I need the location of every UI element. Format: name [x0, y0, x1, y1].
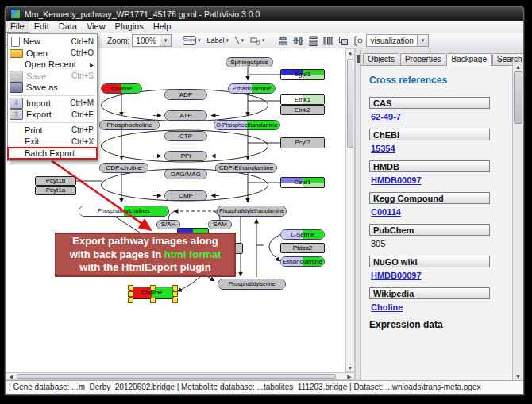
pathway-node-atp[interactable]: ATP	[164, 110, 207, 121]
menubar-item-data[interactable]: Data	[54, 21, 82, 32]
pathway-node-sphingolipids[interactable]: Sphingolipids	[226, 57, 273, 67]
xref-link[interactable]: Choline	[371, 302, 403, 312]
align-center-vertical-icon[interactable]	[293, 36, 303, 46]
pathway-node-pcyt2[interactable]: Pcyt2	[280, 137, 325, 148]
pathway-node-pcyt1b[interactable]: Pcyt1b	[35, 176, 76, 186]
node-label: Pcyt1a	[36, 187, 75, 194]
menu-item-new[interactable]: NewCtrl+N	[8, 36, 97, 48]
xref-link[interactable]: 62-49-7	[371, 112, 401, 121]
shape-icon	[250, 37, 260, 45]
menu-item-import[interactable]: ⇩ImportCtrl+M	[8, 98, 97, 110]
scroll-down-icon[interactable]: ▼	[346, 365, 354, 371]
node-label: CTP	[165, 133, 206, 140]
menu-item-save[interactable]: SaveCtrl+S	[8, 71, 97, 83]
xref-value: 15354	[371, 144, 513, 153]
selection-handle[interactable]	[172, 298, 178, 303]
pathway-node-ppi[interactable]: PPi	[164, 151, 207, 161]
menu-item-label: Import	[26, 98, 70, 108]
zoom-label: Zoom:	[107, 37, 129, 45]
node-label: ATP	[165, 112, 206, 119]
pathway-node-phosphatidylserine[interactable]: Phosphatidylserine	[218, 279, 286, 290]
label-button[interactable]: Label ▾	[203, 35, 232, 46]
pathway-node-dag-mag[interactable]: DAG/MAG	[164, 169, 207, 179]
panel-scroll-thumb[interactable]	[514, 71, 522, 124]
menu-item-open-recent[interactable]: Open Recent▸	[8, 59, 97, 71]
menubar-item-view[interactable]: View	[82, 21, 110, 32]
xref-section-title: HMDB	[369, 160, 490, 172]
scroll-up-icon[interactable]: ▲	[346, 50, 354, 56]
xref-value: 62-49-7	[371, 112, 513, 121]
pathway-node-cept1[interactable]: Cept1	[280, 177, 325, 188]
selection-handle[interactable]	[150, 285, 156, 290]
selection-handle[interactable]	[172, 291, 178, 297]
pathway-node-phosphocholine[interactable]: Phosphocholine	[99, 120, 160, 130]
panel-scrollbar[interactable]: ▲ ▼	[512, 63, 523, 380]
selection-handle[interactable]	[150, 298, 156, 303]
pathway-node-pcyt1a[interactable]: Pcyt1a	[35, 186, 76, 195]
menu-item-label: Save	[26, 71, 71, 81]
pathway-node-ptdss2[interactable]: Ptdss2	[280, 243, 325, 253]
menu-item-batch-export[interactable]: Batch Export	[8, 148, 97, 160]
pathway-node-l-serine[interactable]: L-Serine	[280, 229, 325, 240]
shape-tool-button[interactable]: ▾	[247, 35, 268, 47]
horizontal-scroll-thumb[interactable]	[17, 374, 336, 379]
pathway-node-phosphatidylethanolamine[interactable]: Phosphatidylethanolamine	[217, 206, 287, 217]
panel-splitter[interactable]	[355, 48, 361, 380]
selection-handle[interactable]	[128, 291, 133, 297]
xref-section-chebi: ChEBI15354	[369, 129, 513, 153]
zoom-combobox[interactable]: 100% ▾	[132, 34, 172, 47]
canvas-horizontal-scrollbar[interactable]: ◀ ▶	[6, 372, 355, 380]
menubar-item-file[interactable]: File	[6, 21, 29, 33]
align-center-horizontal-icon[interactable]	[278, 36, 288, 46]
pathway-node-adp[interactable]: ADP	[164, 90, 207, 100]
xref-link[interactable]: 15354	[371, 144, 395, 153]
common-size-icon[interactable]	[338, 36, 349, 46]
pathway-node-ethanolamine-lower[interactable]: Ethanolamine	[280, 256, 325, 267]
selection-handle[interactable]	[128, 285, 133, 290]
pathway-node-ctp[interactable]: CTP	[164, 131, 207, 141]
pathway-node-ethanolamine-top[interactable]: Ethanolamine	[228, 83, 276, 94]
selection-handle[interactable]	[172, 285, 178, 290]
line-tool-button[interactable]: ╲ ▾	[232, 35, 247, 46]
pathway-node-sam[interactable]: SAM	[208, 220, 232, 229]
selection-handle[interactable]	[128, 298, 133, 303]
menu-item-save-as[interactable]: Save as	[8, 82, 97, 94]
scroll-right-icon[interactable]: ▶	[346, 374, 353, 380]
splitter-grip[interactable]	[357, 55, 360, 63]
menu-item-print[interactable]: PrintCtrl+P	[8, 125, 97, 137]
vertical-scroll-thumb[interactable]	[347, 59, 353, 148]
menubar-item-plugins[interactable]: Plugins	[110, 21, 148, 32]
menu-item-shortcut: Ctrl+S	[71, 71, 94, 80]
pathway-node-phosphatidylcholines[interactable]: Phosphatidylcholines	[79, 206, 169, 217]
menubar-item-help[interactable]: Help	[148, 21, 176, 32]
menubar-item-edit[interactable]: Edit	[29, 21, 54, 32]
pathway-node-sgpl1[interactable]: Sgpl1	[280, 69, 325, 80]
canvas-vertical-scrollbar[interactable]: ▲ ▼	[345, 48, 355, 372]
chevron-down-icon[interactable]: ▾	[160, 35, 171, 46]
pathway-node-etnk2[interactable]: Etnk2	[280, 105, 325, 115]
scroll-left-icon[interactable]: ◀	[8, 374, 14, 380]
pathway-node-cdp-choline[interactable]: CDP-choline	[99, 163, 148, 173]
datanode-button[interactable]: Gene ▾	[179, 34, 204, 47]
chevron-down-icon[interactable]: ▾	[417, 35, 428, 46]
xref-link[interactable]: HMDB00097	[371, 175, 422, 185]
scroll-up-icon[interactable]: ▲	[513, 64, 523, 70]
pathway-node-etnk1[interactable]: Etnk1	[280, 94, 325, 105]
node-label: Choline	[102, 85, 141, 92]
menu-item-open[interactable]: OpenCtrl+O	[8, 48, 97, 60]
pathway-node-o-phosphoethanolamine[interactable]: O-Phosphoethanolamine	[214, 120, 280, 130]
xref-link[interactable]: HMDB00097	[371, 271, 422, 280]
scale-icon[interactable]	[353, 36, 364, 46]
visualization-combobox[interactable]: visualization ▾	[366, 34, 428, 47]
distribute-vertical-icon[interactable]	[308, 36, 318, 46]
xref-link[interactable]: C00114	[371, 207, 401, 217]
menu-item-exit[interactable]: ExitCtrl+X	[8, 136, 97, 148]
menu-item-export[interactable]: ⇧ExportCtrl+E	[8, 109, 97, 121]
distribute-horizontal-icon[interactable]	[323, 36, 333, 46]
pathway-node-choline-top[interactable]: Choline	[101, 83, 142, 94]
node-label: CDP-Ethanolamine	[216, 164, 276, 171]
pathway-node-cmp[interactable]: CMP	[164, 190, 207, 201]
pathway-node-cdp-ethanolamine[interactable]: CDP-Ethanolamine	[215, 163, 277, 173]
scroll-down-icon[interactable]: ▼	[513, 374, 523, 379]
pathway-node-choline-selected[interactable]: Choline	[129, 287, 174, 299]
